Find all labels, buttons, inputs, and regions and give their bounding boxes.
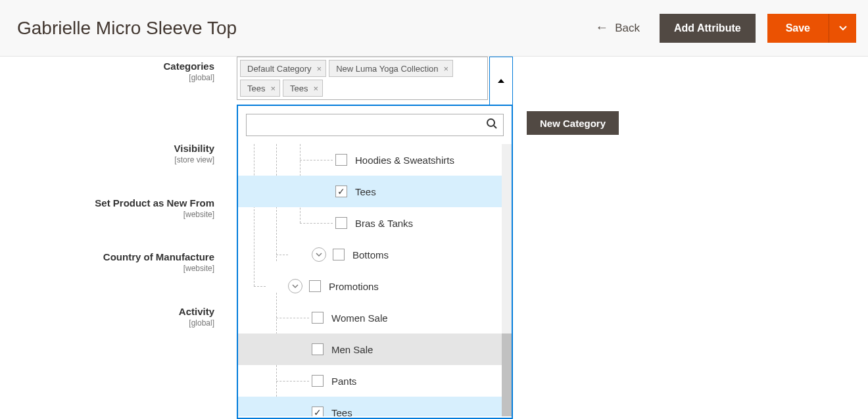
tree-checkbox[interactable]	[333, 249, 345, 260]
add-attribute-button[interactable]: Add Attribute	[660, 14, 756, 43]
tree-checkbox[interactable]	[335, 185, 347, 197]
tree-node-label: Women Sale	[331, 312, 388, 324]
categories-chips[interactable]: Default Category×New Luma Yoga Collectio…	[237, 57, 488, 100]
category-chip: Tees×	[240, 80, 280, 97]
tree-node[interactable]: Pants	[238, 365, 502, 397]
tree-checkbox[interactable]	[312, 312, 324, 324]
categories-tree-scroll[interactable]: ▲	[238, 144, 512, 416]
chip-remove-icon[interactable]: ×	[444, 64, 449, 74]
svg-point-0	[487, 119, 494, 126]
chip-remove-icon[interactable]: ×	[270, 84, 276, 93]
label-new-from: Set Product as New From [website]	[0, 197, 214, 220]
tree-node-label: Hoodies & Sweatshirts	[355, 155, 454, 166]
new-category-button[interactable]: New Category	[527, 111, 619, 135]
tree-node-label: Bottoms	[352, 249, 389, 260]
back-arrow-icon: ←	[595, 20, 608, 35]
label-visibility: Visibility [store view]	[0, 143, 214, 166]
tree-node[interactable]: Women Sale	[238, 302, 502, 333]
chip-label: Tees	[247, 84, 265, 93]
tree-node-label: Tees	[331, 407, 352, 417]
chip-label: Tees	[290, 84, 308, 93]
tree-checkbox[interactable]	[335, 154, 347, 166]
save-dropdown-toggle[interactable]	[829, 14, 856, 43]
categories-field-value: Default Category×New Luma Yoga Collectio…	[237, 57, 513, 100]
topbar: Gabrielle Micro Sleeve Top ← Back Add At…	[0, 0, 868, 57]
tree-checkbox[interactable]	[335, 217, 347, 229]
tree-node[interactable]: Bottoms	[238, 239, 502, 270]
top-actions: ← Back Add Attribute Save	[595, 14, 856, 43]
chip-label: New Luma Yoga Collection	[336, 64, 438, 74]
form-area: Categories [global] Visibility [store vi…	[0, 57, 868, 61]
category-chip: New Luma Yoga Collection×	[329, 60, 453, 77]
categories-tree: Hoodies & SweatshirtsTeesBras & TanksBot…	[238, 144, 512, 416]
categories-search-wrap	[238, 106, 512, 144]
tree-node[interactable]: Bras & Tanks	[238, 207, 502, 239]
expand-toggle-icon[interactable]	[312, 247, 326, 262]
tree-node-label: Bras & Tanks	[355, 218, 413, 229]
tree-node[interactable]: Hoodies & Sweatshirts	[238, 144, 502, 176]
tree-checkbox[interactable]	[312, 375, 324, 387]
categories-dropdown-toggle[interactable]	[489, 57, 513, 105]
categories-search-box	[246, 114, 504, 136]
tree-node-label: Tees	[355, 186, 376, 197]
tree-node-label: Promotions	[329, 281, 379, 292]
tree-node-label: Pants	[331, 376, 356, 387]
categories-multiselect[interactable]: Default Category×New Luma Yoga Collectio…	[237, 57, 513, 100]
chip-remove-icon[interactable]: ×	[317, 64, 322, 74]
label-country: Country of Manufacture [website]	[0, 251, 214, 274]
expand-toggle-icon[interactable]	[288, 279, 302, 293]
tree-checkbox[interactable]	[309, 280, 321, 292]
categories-dropdown-panel: ▲	[237, 105, 513, 419]
tree-checkbox[interactable]	[312, 407, 324, 416]
tree-node[interactable]: Promotions	[238, 270, 502, 302]
save-button-group: Save	[767, 14, 856, 43]
category-chip: Default Category×	[240, 60, 326, 77]
label-activity: Activity [global]	[0, 306, 214, 329]
tree-node[interactable]: Men Sale	[238, 333, 502, 365]
label-categories: Categories [global]	[0, 61, 214, 84]
chip-remove-icon[interactable]: ×	[314, 84, 319, 93]
search-icon[interactable]	[486, 118, 498, 132]
save-button[interactable]: Save	[767, 14, 829, 43]
page-title: Gabrielle Micro Sleeve Top	[17, 18, 237, 39]
chip-label: Default Category	[247, 64, 312, 74]
field-labels: Categories [global] Visibility [store vi…	[0, 61, 237, 360]
category-chip: Tees×	[283, 80, 323, 97]
tree-node-label: Men Sale	[331, 344, 373, 355]
back-button[interactable]: ← Back	[595, 20, 648, 36]
back-label: Back	[615, 22, 640, 35]
svg-line-1	[494, 126, 496, 128]
categories-search-input[interactable]	[247, 114, 503, 136]
tree-checkbox[interactable]	[312, 343, 324, 355]
tree-node[interactable]: Tees	[238, 397, 502, 416]
chevron-down-icon	[839, 26, 847, 31]
tree-node[interactable]: Tees	[238, 176, 502, 207]
